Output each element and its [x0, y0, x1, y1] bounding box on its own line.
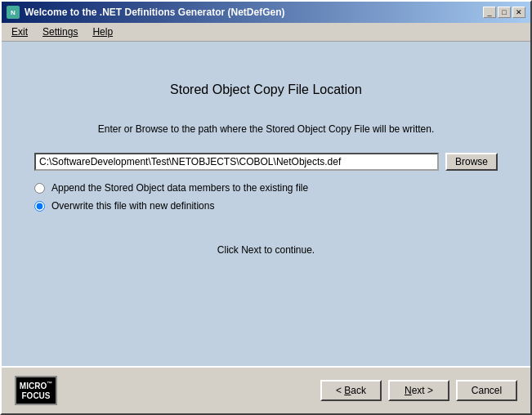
radio-append-input[interactable]: [34, 183, 45, 194]
file-path-row: Browse: [34, 153, 498, 171]
description-text: Enter or Browse to the path where the St…: [98, 122, 435, 136]
menu-item-exit[interactable]: Exit: [5, 25, 34, 39]
page-title: Stored Object Copy File Location: [170, 83, 362, 97]
svg-text:N: N: [11, 9, 16, 16]
title-bar: N Welcome to the .NET Definitions Genera…: [2, 2, 530, 23]
maximize-button[interactable]: □: [498, 7, 511, 18]
window-title: Welcome to the .NET Definitions Generato…: [25, 7, 284, 18]
click-next-text: Click Next to continue.: [217, 244, 315, 256]
cancel-button[interactable]: Cancel: [456, 380, 517, 401]
microfocus-logo: MICRO™ FOCUS: [15, 376, 57, 405]
title-controls: _ □ ✕: [483, 7, 525, 18]
menu-item-settings[interactable]: Settings: [36, 25, 84, 39]
logo-area: MICRO™ FOCUS: [15, 376, 57, 405]
radio-group: Append the Stored Object data members to…: [34, 182, 498, 212]
next-button[interactable]: Next >: [388, 380, 449, 401]
bottom-bar: MICRO™ FOCUS < Back Next > Cancel: [2, 366, 530, 413]
menu-bar: Exit Settings Help: [2, 23, 530, 42]
menu-item-help[interactable]: Help: [86, 25, 119, 39]
radio-overwrite-input[interactable]: [34, 201, 45, 212]
radio-overwrite-option[interactable]: Overwrite this file with new definitions: [34, 200, 498, 212]
back-button[interactable]: < Back: [320, 380, 382, 401]
main-content: Stored Object Copy File Location Enter o…: [2, 42, 530, 366]
file-path-input[interactable]: [34, 153, 439, 171]
logo-line1: MICRO™: [20, 381, 52, 390]
browse-button[interactable]: Browse: [445, 153, 498, 171]
close-button[interactable]: ✕: [512, 7, 525, 18]
radio-overwrite-label: Overwrite this file with new definitions: [51, 200, 214, 212]
cancel-label: Cancel: [472, 385, 502, 396]
logo-line2: FOCUS: [20, 391, 52, 400]
nav-buttons: < Back Next > Cancel: [320, 380, 517, 401]
radio-append-label: Append the Stored Object data members to…: [51, 182, 308, 194]
title-bar-left: N Welcome to the .NET Definitions Genera…: [7, 6, 284, 19]
radio-append-option[interactable]: Append the Stored Object data members to…: [34, 182, 498, 194]
app-icon: N: [7, 6, 20, 19]
main-window: N Welcome to the .NET Definitions Genera…: [0, 0, 532, 415]
minimize-button[interactable]: _: [483, 7, 496, 18]
